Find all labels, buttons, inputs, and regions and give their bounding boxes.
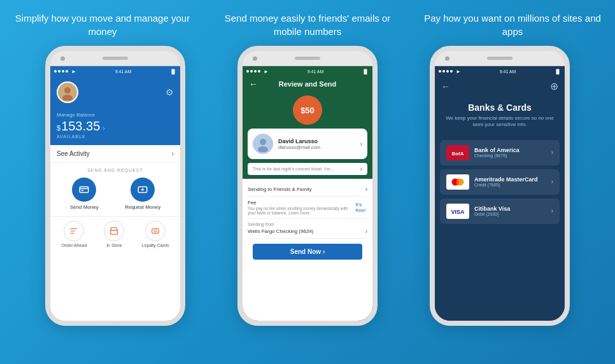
in-store-icon [104,221,124,241]
phone3-time: 9:41 AM [500,69,516,74]
bottom-icons-row: Order Ahead In Store Loyalty Cards [50,216,180,250]
svg-text:BofA: BofA [451,151,463,157]
phone2-top-bar [243,51,372,66]
boa-type: Checking (9876) [474,153,546,158]
loyalty-cards-icon [145,221,166,241]
request-money-item[interactable]: Request Money [125,178,160,210]
visa-logo: VISA [446,204,469,219]
boa-chevron: › [551,149,553,156]
loyalty-cards-label: Loyalty Cards [142,243,169,248]
phone2-speaker [295,57,320,60]
see-activity-chevron: › [172,150,174,157]
phone2-time: 9:41 AM [308,69,324,74]
phone3-subtitle: We keep your financial details secure so… [441,115,558,129]
mc-chevron: › [551,178,553,185]
manage-balance-label: Manage Balance [57,112,174,118]
phone1-header: ⚙ [50,76,180,108]
memo-chevron: › [360,165,362,172]
see-activity-label: See Activity [57,150,90,157]
fee-label: Fee [248,200,355,206]
card-list: BofA Bank of America Checking (9876) › A… [435,135,565,321]
svg-rect-5 [152,229,159,234]
phone2: ► 9:41 AM ▐▌ ← Review and Send $50 [237,46,378,326]
phone1-status-bar: ► 9:41 AM ▐▌ [50,66,180,76]
phone3-heading: Pay how you want on millions of sites an… [417,11,608,38]
send-request-section: SEND AND REQUEST Send Money Request Mone… [50,163,180,321]
phone2-screen: ► 9:41 AM ▐▌ ← Review and Send $50 [243,66,372,321]
svg-rect-2 [80,187,88,193]
boa-info: Bank of America Checking (9876) [474,147,546,158]
mc-type: Credit (7665) [474,183,546,187]
phone2-bottom: Sending to Friends & Family › Fee You pa… [243,179,372,321]
bank-of-america-item[interactable]: BofA Bank of America Checking (9876) › [440,140,560,165]
balance-amount[interactable]: $ 153.35 › [57,119,174,134]
memo-text: This is for last night's concert ticket.… [253,167,334,171]
phone2-header: ← Review and Send [243,76,372,92]
p3-signal: ► [439,69,461,74]
boa-name: Bank of America [474,147,546,153]
svg-point-1 [62,95,73,101]
visa-item[interactable]: VISA Citibank Visa Debit (2930) › [440,199,560,224]
send-money-label: Send Money [70,204,99,210]
user-avatar [57,81,78,103]
recipient-info: David Larusso dlarusso@mail.com [278,138,355,150]
phone3-title-section: Banks & Cards We keep your financial det… [435,96,565,135]
sending-from-row[interactable]: Sending from Wells Fargo Checking (9624)… [248,219,367,239]
phone3-battery: ▐▌ [555,69,561,74]
send-money-item[interactable]: Send Money [70,178,99,210]
sending-from-chevron: › [365,228,367,235]
sending-to-row[interactable]: Sending to Friends & Family › [248,183,367,197]
phone3-title: Banks & Cards [441,102,558,113]
visa-type: Debit (2930) [474,212,546,216]
phone2-battery: ▐▌ [362,69,369,74]
phone3-status-bar: ► 9:41 AM ▐▌ [435,66,565,76]
loyalty-cards-item[interactable]: Loyalty Cards [142,221,169,248]
balance-value: 153.35 [61,119,100,134]
boa-logo: BofA [446,145,469,160]
send-request-header: SEND AND REQUEST [50,163,180,176]
svg-point-6 [154,230,157,232]
sending-to-label: Sending to Friends & Family [248,186,312,192]
phone1-heading: Simplify how you move and manage your mo… [7,11,198,38]
phone1-speaker [102,57,128,60]
svg-point-7 [260,139,266,145]
recipient-name: David Larusso [278,138,355,144]
memo-section: This is for last night's concert ticket.… [248,163,367,175]
see-activity-row[interactable]: See Activity › [50,145,180,163]
visa-chevron: › [551,207,553,214]
signal-dots: ► [54,69,76,74]
svg-point-0 [64,87,71,94]
settings-icon[interactable]: ⚙ [166,87,174,97]
mastercard-item[interactable]: Ameritrade MasterCard Credit (7665) › [440,169,560,195]
p2-signal: ► [246,69,269,74]
phone1-battery: ▐▌ [170,69,176,74]
recipient-avatar [253,134,273,154]
recipient-email: dlarusso@mail.com [278,144,355,150]
order-ahead-item[interactable]: Order Ahead [62,221,87,248]
phone3-camera [445,56,449,60]
fee-row: Fee You pay no fee when sending money do… [248,197,367,219]
p3-add-icon[interactable]: ⊕ [550,80,558,92]
mastercard-logo [446,174,469,190]
phone1-screen: ► 9:41 AM ▐▌ ⚙ Manage Balance $ [50,66,180,321]
svg-text:VISA: VISA [451,209,465,215]
visa-name: Citibank Visa [474,206,546,212]
mc-name: Ameritrade MasterCard [474,176,546,183]
in-store-item[interactable]: In Store [104,221,124,248]
phone3-top-bar [435,51,565,66]
send-now-button[interactable]: Send Now › [253,244,362,260]
svg-point-8 [258,146,268,152]
in-store-label: In Store [106,243,122,248]
phone2-title: Review and Send [279,80,336,88]
mc-info: Ameritrade MasterCard Credit (7665) [474,176,546,187]
phone3: ► 9:41 AM ▐▌ ← ⊕ Banks & Cards We keep y… [430,46,570,326]
fee-value: It's free! [355,202,367,213]
p3-back-arrow[interactable]: ← [441,81,450,92]
visa-info: Citibank Visa Debit (2930) [474,206,546,216]
svg-point-14 [456,178,459,185]
phone1-top-bar [50,51,180,66]
sending-to-chevron: › [365,186,367,193]
send-now-label: Send Now [290,248,321,255]
back-arrow-icon[interactable]: ← [249,79,258,89]
phone1: ► 9:41 AM ▐▌ ⚙ Manage Balance $ [45,46,185,326]
